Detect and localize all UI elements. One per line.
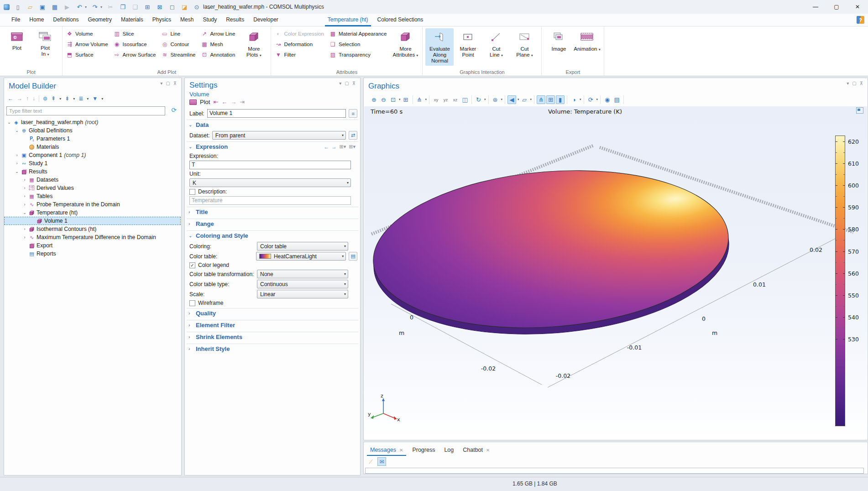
shrink-elements-section-header[interactable]: ›Shrink Elements — [187, 332, 358, 342]
mail-icon[interactable]: ✉ — [377, 457, 386, 466]
move-down-icon[interactable]: ↓ — [32, 95, 35, 102]
help-icon[interactable]: ? — [857, 16, 864, 24]
zoom-box-icon[interactable]: ⊡ — [389, 95, 397, 104]
zoom-box-icon-dropdown[interactable]: ▾ — [399, 98, 401, 101]
tree-node-export[interactable]: Export — [4, 241, 181, 250]
tab-temperature-ht[interactable]: Temperature (ht) — [323, 14, 373, 26]
color-table-transformation-select[interactable]: None▾ — [257, 270, 348, 278]
first-plot-icon[interactable]: ⇤ — [213, 99, 218, 105]
collapse-icon-dropdown[interactable]: ▾ — [59, 97, 61, 101]
next-expression-icon[interactable]: → — [332, 144, 337, 150]
tree-node-results[interactable]: ⌄Results — [4, 167, 181, 176]
expression-section-header[interactable]: ⌄ Expression ← → ⊞▾ ⊞▾ — [187, 141, 358, 151]
ribbon-button-isosurface[interactable]: ◉Isosurface — [113, 39, 159, 49]
undo-icon-dropdown[interactable]: ▾ — [85, 5, 87, 9]
ribbon-button-evaluate-along-normal[interactable]: EvaluateAlong Normal — [425, 28, 454, 66]
data-section-header[interactable]: ⌄ Data — [187, 120, 358, 130]
ribbon-button-more-attributes[interactable]: MoreAttributes ▾ — [391, 28, 419, 66]
dataset-select[interactable]: From parent▾ — [212, 131, 346, 140]
next-plot-icon[interactable]: → — [230, 99, 236, 105]
move-up-icon[interactable]: ↑ — [26, 95, 29, 102]
pin-panel-icon[interactable]: ⊼ — [352, 81, 356, 86]
ribbon-button-image[interactable]: Image — [544, 28, 573, 66]
refresh-icon[interactable]: ⟳ — [169, 106, 178, 115]
tree-expander[interactable]: ⌄ — [14, 128, 20, 133]
model-tree-nodes-icon[interactable]: ≣ — [78, 95, 83, 102]
tree-expander[interactable]: › — [21, 235, 28, 240]
expression-input[interactable]: T — [189, 161, 351, 169]
tree-expander[interactable]: › — [21, 227, 28, 231]
tree-node-component-1[interactable]: ›▣Component 1(comp 1) — [4, 151, 181, 159]
show-icon[interactable]: ⊚ — [43, 95, 47, 102]
tab-study[interactable]: Study — [198, 14, 221, 26]
color-table-settings-icon[interactable]: ▤ — [349, 252, 357, 261]
ribbon-button-cut-line[interactable]: CutLine ▾ — [482, 28, 510, 66]
tree-expander[interactable]: › — [21, 194, 28, 198]
ribbon-button-surface[interactable]: ⬒Surface — [65, 49, 111, 60]
panel-menu-icon[interactable]: ▾ — [847, 81, 849, 86]
view-cube-icon-dropdown[interactable]: ▾ — [530, 98, 532, 101]
tree-node-temperature-ht[interactable]: ⌄Temperature (ht) — [4, 209, 181, 217]
prev-expression-icon[interactable]: ← — [324, 144, 329, 150]
maximize-button[interactable]: ▢ — [826, 0, 847, 14]
ribbon-button-animation[interactable]: Animation ▾ — [573, 28, 601, 66]
float-panel-icon[interactable]: ▢ — [345, 81, 349, 86]
back-icon[interactable]: ← — [8, 95, 13, 102]
view-xy-icon[interactable]: xy — [432, 95, 440, 104]
scene-light-icon[interactable]: ⊛ — [491, 95, 500, 104]
float-panel-icon[interactable]: ▢ — [166, 81, 170, 86]
scale-select[interactable]: Linear▾ — [257, 290, 348, 298]
close-button[interactable]: ✕ — [847, 0, 868, 14]
clear-log-icon[interactable]: ⟋ — [366, 457, 375, 466]
show-grid-toggle[interactable]: ⊞ — [546, 95, 555, 104]
inherit-style-section-header[interactable]: ›Inherit Style — [187, 344, 358, 354]
tree-node-volume-1[interactable]: Volume 1 — [4, 217, 181, 225]
rename-icon[interactable]: ≡ — [349, 109, 357, 118]
close-tab-icon[interactable]: ✕ — [486, 448, 490, 453]
coloring-select[interactable]: Color table▾ — [257, 242, 348, 251]
description-checkbox[interactable] — [189, 189, 195, 195]
last-plot-icon[interactable]: ⇥ — [240, 99, 245, 105]
tree-expander[interactable]: ⌄ — [6, 120, 12, 125]
zoom-extents-icon[interactable]: ⊞ — [402, 95, 410, 104]
view-xz-icon[interactable]: xz — [451, 95, 460, 104]
ribbon-button-selection[interactable]: ❑Selection — [329, 39, 389, 49]
collapse-icon[interactable]: ⇞ — [51, 95, 56, 102]
zoom-out-icon[interactable]: ⊖ — [379, 95, 388, 104]
ribbon-button-line[interactable]: ▭Line — [160, 28, 198, 39]
messages-content[interactable] — [365, 468, 864, 474]
ribbon-button-slice[interactable]: ▥Slice — [113, 28, 159, 39]
ribbon-button-mesh[interactable]: ▦Mesh — [200, 39, 238, 49]
element-filter-section-header[interactable]: ›Element Filter — [187, 320, 358, 330]
tree-node-laser-heating-wafer-mph[interactable]: ⌄◈laser_heating_wafer.mph(root) — [4, 118, 181, 126]
tab-results[interactable]: Results — [221, 14, 249, 26]
expand-icon-dropdown[interactable]: ▾ — [73, 97, 75, 101]
tab-developer[interactable]: Developer — [249, 14, 283, 26]
quality-section-header[interactable]: ›Quality — [187, 308, 358, 318]
replace-expression-icon[interactable]: ⊞▾ — [340, 144, 346, 150]
ribbon-button-plot[interactable]: Plot — [3, 28, 31, 66]
ribbon-button-arrow-line[interactable]: ↗Arrow Line — [200, 28, 238, 39]
label-field[interactable]: Volume 1 — [207, 109, 346, 118]
tab-materials[interactable]: Materials — [116, 14, 148, 26]
tree-node-global-definitions[interactable]: ⌄⊕Global Definitions — [4, 126, 181, 135]
view-cube-icon[interactable]: ▱ — [520, 95, 529, 104]
tree-node-study-1[interactable]: ›∾Study 1 — [4, 159, 181, 167]
color-legend-checkbox[interactable]: ✓ — [189, 262, 195, 268]
tree-filter-input[interactable]: Type filter text — [6, 106, 165, 115]
open-file-icon[interactable]: ▱ — [26, 3, 34, 11]
view-yz-icon[interactable]: yz — [441, 95, 450, 104]
tree-expander[interactable]: › — [21, 202, 28, 207]
deselect-icon[interactable]: ◪ — [180, 3, 188, 11]
panel-menu-icon[interactable]: ▾ — [339, 81, 341, 86]
tree-expander[interactable]: › — [21, 178, 28, 182]
tab-home[interactable]: Home — [25, 14, 48, 26]
print-icon[interactable]: ▤ — [612, 95, 621, 104]
find-icon[interactable]: ⊙ — [193, 3, 201, 11]
scene-light-icon-dropdown[interactable]: ▾ — [501, 98, 503, 101]
tree-expander[interactable]: › — [14, 153, 20, 157]
tab-colored-selections[interactable]: Colored Selections — [373, 14, 428, 26]
delete-icon[interactable]: ⊠ — [156, 3, 164, 11]
default-view-icon[interactable]: ◀ — [507, 95, 516, 104]
ribbon-button-contour[interactable]: ◎Contour — [160, 39, 198, 49]
